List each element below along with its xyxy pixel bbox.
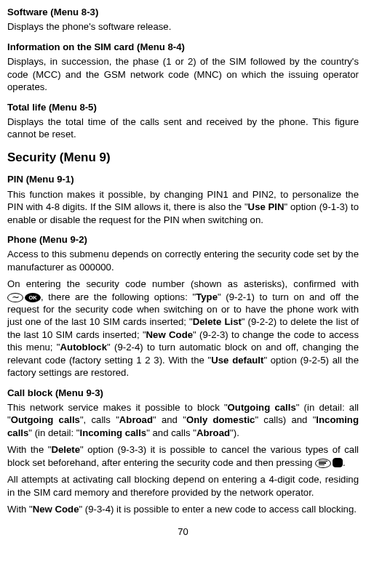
text: On entering the security code number (sh… bbox=[7, 278, 359, 289]
bold-new-code: New Code bbox=[146, 329, 193, 340]
heading-pin: PIN (Menu 9-1) bbox=[7, 173, 359, 185]
para-software: Displays the phone's software release. bbox=[7, 20, 359, 33]
text: "). bbox=[230, 427, 239, 438]
bold-only-domestic: Only domestic bbox=[186, 414, 255, 425]
ok-key-icon: OK bbox=[25, 293, 41, 302]
text: " and " bbox=[153, 414, 186, 425]
para-sim-info: Displays, in succession, the phase (1 or… bbox=[7, 55, 359, 93]
key-sequence-icon: ∼OK bbox=[7, 293, 41, 302]
bold-outgoing-2: Outgoing calls bbox=[11, 414, 80, 425]
key-sequence-icon-2 bbox=[315, 459, 343, 468]
text: " (9-3-4) it is possible to enter a new … bbox=[79, 504, 356, 515]
bold-incoming-2: Incoming calls bbox=[80, 427, 147, 438]
para-callblock-3: All attempts at activating call blocking… bbox=[7, 473, 359, 499]
menu-key-icon bbox=[315, 459, 331, 468]
bold-use-pin: Use PIN bbox=[248, 201, 285, 212]
text: " (in detail: " bbox=[28, 427, 79, 438]
para-pin: This function makes it possible, by chan… bbox=[7, 188, 359, 226]
heading-security: Security (Menu 9) bbox=[7, 150, 359, 166]
bold-type: Type bbox=[196, 291, 218, 302]
heading-software: Software (Menu 8-3) bbox=[7, 6, 359, 18]
para-callblock-4: With "New Code" (9-3-4) it is possible t… bbox=[7, 503, 359, 515]
bold-outgoing: Outgoing calls bbox=[228, 402, 296, 413]
text: ", calls " bbox=[80, 414, 119, 425]
soft-key-icon: ∼ bbox=[7, 293, 23, 302]
bold-autoblock: Autoblock bbox=[60, 342, 107, 353]
para-phone-1: Access to this submenu depends on correc… bbox=[7, 248, 359, 273]
bold-abroad: Abroad bbox=[119, 414, 153, 425]
para-callblock-2: With the "Delete" option (9-3-3) it is p… bbox=[7, 443, 359, 469]
text: With " bbox=[7, 504, 33, 515]
text: This network service makes it possible t… bbox=[7, 402, 228, 413]
text: With the " bbox=[7, 444, 51, 455]
bold-abroad-2: Abroad bbox=[196, 427, 230, 438]
para-callblock-1: This network service makes it possible t… bbox=[7, 401, 359, 439]
heading-total-life: Total life (Menu 8-5) bbox=[7, 101, 359, 113]
bold-delete-list: Delete List bbox=[193, 316, 242, 327]
bold-delete: Delete bbox=[51, 444, 80, 455]
text: " calls) and " bbox=[255, 414, 316, 425]
text: . bbox=[343, 457, 346, 468]
text: , there are the following options: " bbox=[41, 291, 196, 302]
heading-phone: Phone (Menu 9-2) bbox=[7, 233, 359, 246]
heading-sim-info: Information on the SIM card (Menu 8-4) bbox=[7, 41, 359, 53]
button-key-icon bbox=[333, 458, 343, 467]
page-number: 70 bbox=[7, 525, 359, 538]
bold-use-default: Use default bbox=[211, 355, 263, 366]
text: " and calls " bbox=[146, 427, 196, 438]
para-phone-2: On entering the security code number (sh… bbox=[7, 278, 359, 379]
heading-call-block: Call block (Menu 9-3) bbox=[7, 387, 359, 399]
para-total-life: Displays the total time of the calls sen… bbox=[7, 116, 359, 141]
bold-new-code-2: New Code bbox=[33, 504, 79, 515]
